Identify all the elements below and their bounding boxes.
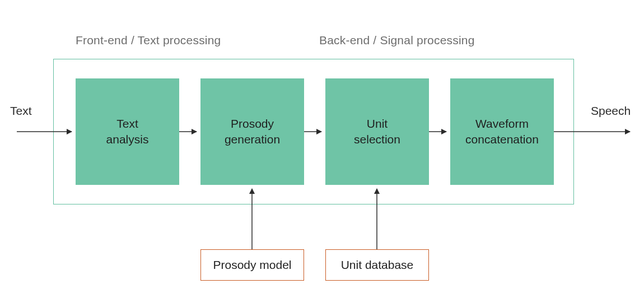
block-waveform-concatenation-l1: Waveform [475, 116, 529, 132]
block-unit-selection: Unit selection [325, 78, 429, 185]
block-text-analysis-l2: analysis [106, 132, 149, 147]
block-unit-selection-l2: selection [354, 132, 400, 147]
section-label-back: Back-end / Signal processing [319, 34, 475, 47]
section-label-front: Front-end / Text processing [76, 34, 221, 47]
block-prosody-generation-l1: Prosody [231, 116, 274, 132]
data-unit-database-label: Unit database [341, 258, 414, 272]
block-waveform-concatenation-l2: concatenation [465, 132, 539, 147]
diagram-stage: Front-end / Text processing Back-end / S… [0, 0, 644, 307]
block-prosody-generation-l2: generation [225, 132, 280, 147]
block-text-analysis-l1: Text [116, 116, 138, 132]
data-unit-database: Unit database [325, 249, 429, 281]
block-waveform-concatenation: Waveform concatenation [450, 78, 554, 185]
data-prosody-model-label: Prosody model [213, 258, 291, 272]
block-prosody-generation: Prosody generation [200, 78, 304, 185]
data-prosody-model: Prosody model [200, 249, 304, 281]
block-unit-selection-l1: Unit [367, 116, 388, 132]
output-label: Speech [591, 104, 631, 118]
block-text-analysis: Text analysis [76, 78, 179, 185]
input-label: Text [10, 104, 32, 118]
